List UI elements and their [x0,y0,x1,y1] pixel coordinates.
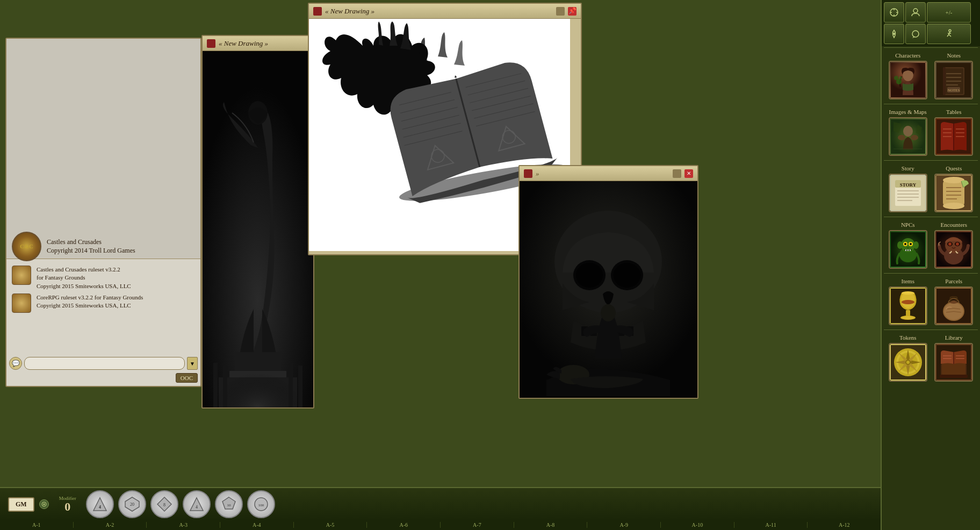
sidebar-item-notes[interactable]: Notes NOTES [932,52,976,99]
sidebar-section-maps: Images & Maps [882,105,980,159]
d100-button[interactable]: 100 [247,490,275,518]
encounters-image [935,231,972,268]
svg-text:4: 4 [99,505,101,510]
sidebar-section-items: Items [882,275,980,328]
d20-button[interactable]: 20 [118,490,146,518]
chat-button[interactable] [905,24,926,44]
sidebar-item-tokens[interactable]: Tokens [886,334,930,382]
sidebar-item-quests[interactable]: Quests [932,165,976,212]
svg-text:8: 8 [163,503,165,507]
sidebar-item-images-maps[interactable]: Images & Maps [886,109,930,156]
characters-image [890,62,926,98]
npcs-image [890,231,926,268]
logo-text: Castles and Crusades Copyright 2014 Trol… [47,238,135,256]
coord-a6: A-6 [367,522,441,528]
sidebar-section-chars: Characters [882,49,980,103]
svg-point-80 [943,177,964,183]
tokens-icon[interactable] [889,343,927,382]
ruleset2-row: CoreRPG ruleset v3.2.2 for Fantasy Groun… [12,293,195,313]
d10-button[interactable]: 10 [215,490,243,518]
sidebar-item-items[interactable]: Items [886,278,930,325]
coord-a3: A-3 [147,522,220,528]
d8-button[interactable]: 8 [150,490,178,518]
tokens-label: Tokens [899,334,917,341]
notes-image: NOTES [935,62,972,98]
sidebar-item-characters[interactable]: Characters [886,52,930,99]
settings-button[interactable] [884,2,904,23]
sidebar-item-tables[interactable]: Tables [932,109,976,156]
svg-point-112 [902,291,914,295]
notes-icon[interactable]: NOTES [934,61,973,99]
lock-button-third[interactable] [673,169,681,178]
library-icon[interactable] [934,343,973,382]
parcels-label: Parcels [945,278,962,284]
story-image: STORY [890,175,926,211]
screen-toggle[interactable] [39,499,49,509]
quests-label: Quests [946,165,962,171]
bottom-toolbar: GM Modifier 0 4 20 8 4 10 100 [0,487,881,520]
svg-point-37 [913,9,918,13]
sidebar-item-library[interactable]: Library [932,334,976,382]
third-drawing-titlebar[interactable]: » ✕ [520,166,697,181]
images-maps-icon[interactable] [889,117,927,156]
sidebar-item-parcels[interactable]: Parcels [932,278,976,325]
svg-text:STORY: STORY [899,182,916,188]
sidebar-item-story[interactable]: Story STORY [886,165,930,212]
grid-coords-bar: A-1 A-2 A-3 A-4 A-5 A-6 A-7 A-8 A-9 A-10… [0,519,881,530]
ooc-button[interactable]: OOC [176,373,198,383]
coord-a8: A-8 [514,522,588,528]
main-drawing-title: « New Drawing » [325,7,553,16]
svg-point-106 [956,242,959,246]
svg-rect-6 [203,320,313,407]
svg-text:100: 100 [258,503,264,507]
third-drawing-content [520,181,697,398]
main-drawing-titlebar[interactable]: « New Drawing » ✕ [309,4,581,19]
svg-point-60 [898,135,905,140]
div3 [884,217,978,217]
svg-point-129 [906,361,910,364]
drawing-icon-main [313,7,322,16]
close-button-third[interactable]: ✕ [684,169,693,178]
second-drawing-content [203,51,313,407]
svg-point-40 [949,30,951,32]
second-drawing-titlebar[interactable]: « New Drawing » [203,36,313,51]
library-image [935,344,972,381]
items-icon[interactable] [889,287,927,325]
pin-icon: 📌 [568,7,577,15]
coord-a7: A-7 [441,522,514,528]
svg-text:20: 20 [130,502,134,507]
sidebar-item-encounters[interactable]: Encounters [932,221,976,269]
svg-point-81 [943,203,964,209]
chat-dropdown[interactable]: ▼ [187,357,198,370]
dice-settings-button[interactable]: +/- [927,2,971,23]
svg-text:NOTES: NOTES [948,88,960,92]
lock-button-main[interactable] [556,7,565,16]
walk-button[interactable] [927,24,971,44]
tables-label: Tables [946,109,962,115]
effects-button[interactable] [884,24,904,44]
top-toolbar: +/- [882,0,980,46]
sidebar-item-npcs[interactable]: NPCs [886,221,930,269]
svg-point-61 [911,135,918,140]
story-icon[interactable]: STORY [889,174,927,212]
svg-rect-132 [942,363,965,375]
quests-icon[interactable] [934,174,973,212]
d4-button[interactable]: 4 [86,490,114,518]
notes-label: Notes [947,52,961,59]
character-button[interactable] [905,2,926,23]
encounters-icon[interactable] [934,230,973,269]
game-logo: C&C [12,232,41,261]
coord-a11: A-11 [734,522,808,528]
statue-art [203,51,313,407]
sidebar-section-story: Story STORY [882,162,980,216]
parcels-icon[interactable] [934,287,973,325]
quests-image [935,175,972,211]
npcs-icon[interactable] [889,230,927,269]
chat-input[interactable] [24,357,185,370]
div5 [884,330,978,330]
encounters-label: Encounters [941,221,967,228]
d4s-button[interactable]: 4 [183,490,211,518]
tables-icon[interactable] [934,117,973,156]
characters-icon[interactable] [889,61,927,99]
coord-a9: A-9 [587,522,661,528]
